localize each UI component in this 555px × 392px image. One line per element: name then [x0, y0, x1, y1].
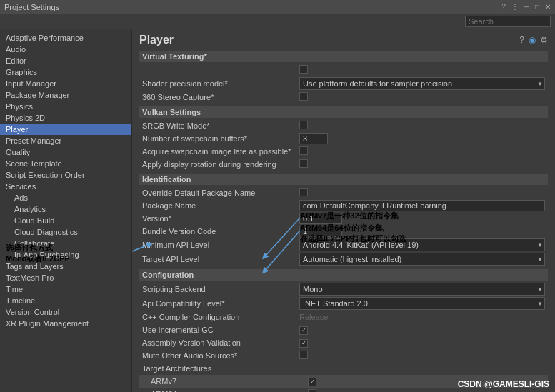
checkbox-armv7[interactable]: [308, 378, 316, 386]
sidebar-item-timeline[interactable]: Timeline: [0, 295, 131, 306]
search-bar: [0, 14, 555, 29]
row-swapchain-buffers: Number of swapchain buffers*: [139, 132, 548, 145]
row-version: Version*: [139, 212, 548, 225]
header-icons: ? ◉ ⚙: [519, 35, 548, 45]
row-acquire-swapchain: Acquire swapchain image late as possible…: [139, 145, 548, 158]
dropdown-scripting-backend[interactable]: Mono ▼: [299, 283, 545, 296]
checkbox-incremental-gc[interactable]: [299, 326, 308, 335]
sidebar-item-version-control[interactable]: Version Control: [0, 306, 131, 318]
row-min-api: Minimum API Level Android 4.4 'KitKat' (…: [139, 238, 548, 252]
row-api-compat: Api Compatibility Level* .NET Standard 2…: [139, 296, 548, 311]
main-area: Adaptive Performance Audio Editor Graphi…: [0, 29, 555, 392]
checkbox-apply-display-rotation[interactable]: [299, 159, 308, 168]
section-identification: Identification: [139, 174, 548, 185]
row-scripting-backend: Scripting Backend Mono ▼: [139, 282, 548, 296]
section-configuration: Configuration: [139, 269, 548, 281]
row-360-stereo: 360 Stereo Capture*: [139, 91, 548, 104]
row-cpp-compiler: C++ Compiler Configuration Release: [139, 311, 548, 323]
project-settings-window: Project Settings ? ⋮ ─ □ ✕ Adaptive Perf…: [0, 0, 555, 392]
row-srgb-write: SRGB Write Mode*: [139, 119, 548, 132]
window-title: Project Settings: [4, 3, 59, 11]
sidebar-item-graphics[interactable]: Graphics: [0, 66, 131, 78]
dropdown-api-compat[interactable]: .NET Standard 2.0 ▼: [299, 297, 545, 310]
checkbox-acquire-swapchain[interactable]: [299, 146, 308, 155]
sidebar-item-cloud-diagnostics[interactable]: Cloud Diagnostics: [0, 226, 131, 238]
window-btn-help[interactable]: ?: [501, 3, 506, 11]
input-swapchain-buffers[interactable]: [299, 133, 328, 144]
window-btn-more[interactable]: ⋮: [511, 3, 519, 11]
checkbox-virtual-texturing[interactable]: [299, 65, 308, 74]
sidebar-item-textmesh-pro[interactable]: TextMesh Pro: [0, 272, 131, 283]
sidebar-item-in-app-purchasing[interactable]: In-App Purchasing: [0, 249, 131, 261]
sidebar-item-tags-and-layers[interactable]: Tags and Layers: [0, 261, 131, 272]
sidebar-item-preset-manager[interactable]: Preset Manager: [0, 135, 131, 146]
input-bundle-version-code[interactable]: [299, 226, 342, 237]
window-btn-maximize[interactable]: □: [535, 3, 539, 11]
dropdown-min-api[interactable]: Android 4.4 'KitKat' (API level 19) ▼: [299, 238, 545, 251]
search-input[interactable]: [465, 16, 551, 27]
sidebar-item-cloud-build[interactable]: Cloud Build: [0, 215, 131, 226]
title-bar: Project Settings ? ⋮ ─ □ ✕: [0, 0, 555, 14]
sidebar-item-adaptive-performance[interactable]: Adaptive Performance: [0, 32, 131, 44]
row-target-architectures-header: Target Architectures: [139, 362, 548, 375]
sidebar-item-time[interactable]: Time: [0, 283, 131, 295]
sidebar-item-xr-plugin-management[interactable]: XR Plugin Management: [0, 318, 131, 329]
sidebar-item-physics[interactable]: Physics: [0, 101, 131, 112]
sidebar-item-package-manager[interactable]: Package Manager: [0, 89, 131, 101]
content-title: Player: [139, 34, 174, 46]
row-assembly-version: Assembly Version Validation: [139, 336, 548, 349]
window-btn-minimize[interactable]: ─: [524, 3, 529, 11]
checkbox-assembly-version[interactable]: [299, 339, 308, 348]
checkbox-mute-audio[interactable]: [299, 351, 308, 359]
checkbox-override-package-name[interactable]: [299, 188, 308, 196]
android-icon[interactable]: ◉: [529, 35, 536, 45]
checkbox-srgb-write[interactable]: [299, 121, 308, 129]
sidebar-item-audio[interactable]: Audio: [0, 44, 131, 55]
row-target-api: Target API Level Automatic (highest inst…: [139, 252, 548, 266]
checkbox-arm64[interactable]: [308, 389, 316, 392]
window-btn-close[interactable]: ✕: [545, 3, 551, 11]
sidebar-item-ads[interactable]: Ads: [0, 192, 131, 203]
checkbox-360-stereo[interactable]: [299, 92, 308, 101]
sidebar-item-player[interactable]: Player: [0, 124, 131, 135]
sidebar-item-collaborate[interactable]: Collaborate: [0, 238, 131, 249]
row-override-package-name: Override Default Package Name: [139, 186, 548, 199]
sidebar-item-input-manager[interactable]: Input Manager: [0, 78, 131, 89]
section-virtual-texturing: Virtual Texturing*: [139, 51, 548, 62]
section-vulkan-settings: Vulkan Settings: [139, 106, 548, 118]
content-area: Player ? ◉ ⚙ Virtual Texturing* Shader p…: [132, 29, 555, 392]
row-incremental-gc: Use Incremental GC: [139, 323, 548, 336]
settings-icon[interactable]: ⚙: [540, 35, 548, 45]
sidebar-item-physics-2d[interactable]: Physics 2D: [0, 112, 131, 124]
row-mute-audio: Mute Other Audio Sources*: [139, 349, 548, 362]
row-bundle-version-code: Bundle Version Code: [139, 225, 548, 238]
sidebar-item-editor[interactable]: Editor: [0, 55, 131, 66]
row-virtual-texturing: [139, 64, 548, 76]
title-bar-controls: ? ⋮ ─ □ ✕: [501, 3, 551, 11]
text-cpp-compiler: Release: [299, 313, 328, 321]
row-shader-precision: Shader precision model* Use platform def…: [139, 76, 548, 91]
sidebar-item-services[interactable]: Services: [0, 181, 131, 192]
input-version[interactable]: [299, 213, 342, 224]
sidebar-item-quality[interactable]: Quality: [0, 146, 131, 158]
row-package-name: Package Name: [139, 199, 548, 212]
sidebar: Adaptive Performance Audio Editor Graphi…: [0, 29, 132, 392]
content-header: Player ? ◉ ⚙: [139, 34, 548, 46]
help-icon[interactable]: ?: [519, 35, 524, 45]
dropdown-shader-precision[interactable]: Use platform defaults for sampler precis…: [299, 77, 545, 90]
row-arm64: ARM64: [139, 388, 548, 392]
sidebar-item-scene-template[interactable]: Scene Template: [0, 158, 131, 169]
row-apply-display-rotation: Apply display rotation during rendering: [139, 158, 548, 171]
dropdown-target-api[interactable]: Automatic (highest installed) ▼: [299, 253, 545, 266]
sidebar-item-script-execution-order[interactable]: Script Execution Order: [0, 169, 131, 181]
row-armv7: ARMv7: [139, 375, 548, 388]
sidebar-item-analytics[interactable]: Analytics: [0, 203, 131, 215]
input-package-name[interactable]: [299, 200, 545, 211]
